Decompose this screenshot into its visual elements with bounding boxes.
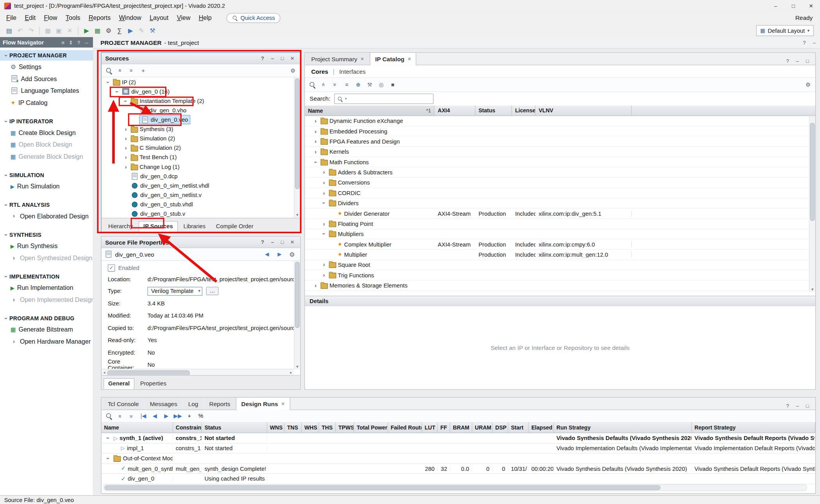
minimize-button[interactable]: – (767, 0, 784, 11)
search-icon[interactable] (308, 80, 317, 89)
reset-run-icon[interactable]: |◀ (139, 412, 148, 421)
scroll-down-icon[interactable]: ▼ (294, 212, 300, 218)
ipcat-row-divider-generator[interactable]: ›Divider Generator AXI4-Stream Productio… (305, 209, 809, 219)
close-button[interactable]: ✕ (802, 0, 820, 11)
twistie-icon[interactable]: › (312, 128, 319, 134)
tab-compile-order[interactable]: Compile Order (211, 221, 258, 232)
twistie-icon[interactable]: › (3, 172, 9, 178)
twistie-icon[interactable]: › (11, 213, 17, 219)
tree-item-div-gen-0-dcp[interactable]: ›div_gen_0.dcp (102, 171, 294, 181)
quick-access-search[interactable]: Quick Access (226, 13, 280, 23)
properties-panel-header[interactable]: Source File Properties ? – □ ✕ (102, 237, 300, 248)
run-row-div-gen-0[interactable]: ›div_gen_0Using cached IP results (102, 474, 815, 484)
run-icon[interactable]: ▶ (82, 26, 91, 35)
ipcat-row-conversions[interactable]: ›Conversions (305, 178, 809, 188)
delete-icon[interactable]: ✕ (65, 26, 75, 35)
column-header-whs[interactable]: WHS (302, 422, 319, 432)
tree-item-div-gen-0-16[interactable]: ›div_gen_0 (16) (102, 87, 294, 96)
run-row-impl-1[interactable]: ›impl_1constrs_1Not startedVivado Implem… (102, 443, 815, 453)
collapse-all-icon[interactable]: « (116, 66, 125, 75)
ip-settings-icon[interactable]: ⚒ (365, 80, 374, 89)
menu-tools[interactable]: Tools (61, 13, 84, 22)
scroll-down-icon[interactable]: ▼ (809, 286, 815, 292)
ipcat-row-dynamic-function-exchange[interactable]: ›Dynamic Function eXchange (305, 116, 809, 126)
tree-item-div-gen-0-sim-netlist-v[interactable]: ›div_gen_0_sim_netlist.v (102, 190, 294, 200)
column-header-failed-routes[interactable]: Failed Routes (388, 422, 422, 432)
twistie-icon[interactable]: › (312, 118, 319, 124)
tab-design-runs[interactable]: Design Runs✕ (236, 397, 290, 410)
create-run-icon[interactable]: + (185, 412, 194, 421)
ipcat-row-multipliers[interactable]: ›Multipliers (305, 229, 809, 239)
minimize-icon[interactable]: – (793, 57, 802, 65)
float-icon[interactable]: □ (803, 57, 811, 65)
float-icon[interactable]: □ (803, 401, 811, 410)
flow-item-open-synthesized-design[interactable]: ›Open Synthesized Design (0, 252, 93, 264)
add-repository-icon[interactable]: ⊕ (353, 80, 363, 89)
help-icon[interactable]: ? (783, 57, 791, 65)
twistie-icon[interactable]: › (105, 435, 111, 441)
minimize-icon[interactable]: – (268, 54, 276, 62)
flow-item-open-elaborated-design[interactable]: ›Open Elaborated Design (0, 210, 93, 222)
twistie-icon[interactable]: › (11, 297, 17, 303)
flow-section-header-ip-integrator[interactable]: ›IP INTEGRATOR (0, 116, 93, 126)
resume-run-icon[interactable]: ▶ (162, 412, 171, 421)
run-row-out-of-context-module-runs[interactable]: ›Out-of-Context Module Runs (102, 454, 815, 464)
step-forward-icon[interactable]: ▶▶ (173, 412, 182, 421)
close-icon[interactable]: ✕ (281, 401, 285, 406)
tree-item-instantiation-template-2[interactable]: ›Instantiation Template (2) (102, 96, 294, 105)
column-header-license[interactable]: License (512, 106, 535, 115)
flow-section-header-simulation[interactable]: ›SIMULATION (0, 170, 93, 180)
tab-cores[interactable]: Cores (311, 68, 328, 75)
column-header-tpws[interactable]: TPWS (336, 422, 354, 432)
scrollbar-thumb[interactable] (105, 485, 661, 490)
tree-item-c-simulation-2[interactable]: ›C Simulation (2) (102, 143, 294, 153)
flow-item-generate-block-design[interactable]: Generate Block Design (0, 151, 93, 163)
hierarchy-view-icon[interactable]: ≡ (342, 80, 351, 89)
twistie-icon[interactable]: › (122, 164, 129, 170)
minimize-icon[interactable]: – (810, 38, 818, 46)
flow-item-generate-bitstream[interactable]: Generate Bitstream (0, 323, 93, 335)
ipcat-row-trig-functions[interactable]: ›Trig Functions (305, 270, 809, 280)
help-icon[interactable]: ? (75, 39, 83, 45)
twistie-icon[interactable]: › (321, 231, 327, 237)
twistie-icon[interactable]: › (312, 138, 319, 144)
column-header-bram[interactable]: BRAM (450, 422, 472, 432)
float-icon[interactable]: □ (278, 54, 287, 62)
tab-ip-catalog[interactable]: IP Catalog✕ (370, 52, 416, 65)
report-icon[interactable]: ∑ (114, 26, 124, 35)
flow-section-header-synthesis[interactable]: ›SYNTHESIS (0, 229, 93, 240)
flow-item-ip-catalog[interactable]: IP Catalog (0, 97, 93, 109)
column-header-status[interactable]: Status (202, 422, 267, 432)
scroll-down-icon[interactable]: ▼ (294, 364, 300, 369)
column-header-wns[interactable]: WNS (267, 422, 284, 432)
tree-item-change-log-1[interactable]: ›Change Log (1) (102, 162, 294, 171)
tab-libraries[interactable]: Libraries (179, 221, 210, 232)
tree-item-div-gen-0-veo[interactable]: ›div_gen_0.veo (102, 115, 294, 124)
scroll-left-icon[interactable]: ◂ (102, 371, 107, 375)
flow-item-settings[interactable]: Settings (0, 60, 93, 73)
close-icon[interactable]: ✕ (288, 54, 296, 62)
search-icon[interactable] (104, 412, 114, 421)
layout-selector[interactable]: Default Layout ▾ (756, 25, 814, 36)
twistie-icon[interactable]: › (105, 455, 111, 461)
tab-project-summary[interactable]: Project Summary✕ (306, 53, 369, 65)
dashboard-icon[interactable]: ▦ (93, 26, 102, 35)
tab-properties[interactable]: Properties (135, 378, 171, 389)
ipcat-row-embedded-processing[interactable]: ›Embedded Processing (305, 126, 809, 137)
collapse-all-icon[interactable]: « (319, 80, 328, 89)
stop-icon[interactable]: ■ (388, 80, 398, 89)
twistie-icon[interactable]: › (122, 145, 129, 151)
tab-tcl-console[interactable]: Tcl Console (103, 398, 144, 410)
flow-section-header-implementation[interactable]: ›IMPLEMENTATION (0, 271, 93, 282)
column-header-name[interactable]: Name (102, 422, 173, 432)
flow-navigator-resize-icon[interactable]: ⇕ (67, 39, 75, 45)
expand-all-icon[interactable]: » (127, 412, 136, 421)
menu-view[interactable]: View (173, 13, 194, 22)
flow-item-run-simulation[interactable]: Run Simulation (0, 180, 93, 192)
twistie-icon[interactable]: › (3, 118, 9, 124)
settings-icon[interactable]: ⚙ (287, 249, 297, 259)
flow-item-open-block-design[interactable]: Open Block Design (0, 138, 93, 151)
back-icon[interactable]: ◀ (262, 249, 272, 259)
menu-flow[interactable]: Flow (40, 13, 61, 22)
flow-item-open-implemented-design[interactable]: ›Open Implemented Design (0, 294, 93, 306)
